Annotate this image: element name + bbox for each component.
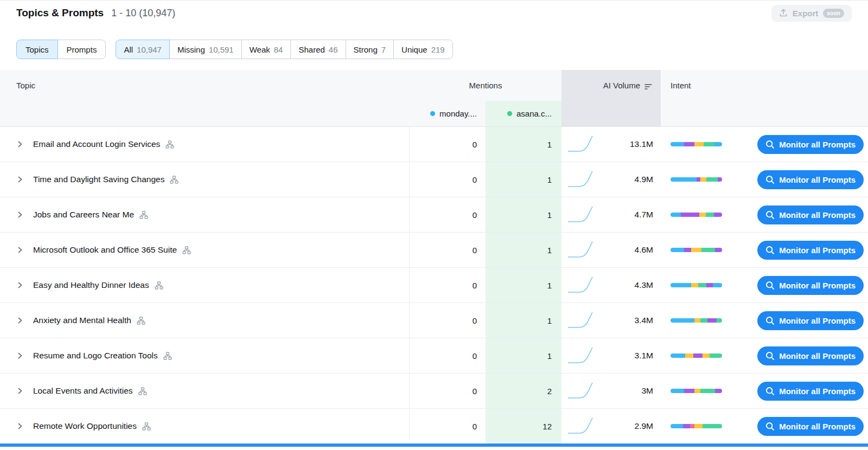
mentions-asana-value: 1 [486, 197, 561, 232]
intent-segment-blue [671, 248, 684, 252]
monitor-magnifier-icon [765, 175, 775, 184]
mentions-monday-value: 0 [410, 338, 486, 373]
monitor-magnifier-icon [765, 140, 775, 149]
filter-tab-strong[interactable]: Strong7 [346, 40, 394, 59]
expand-chevron-icon[interactable] [15, 139, 25, 149]
expand-chevron-icon[interactable] [15, 421, 25, 431]
intent-segment-purple [684, 142, 694, 146]
table-row: Time and Daylight Saving Changes014.9MMo… [0, 162, 868, 197]
ai-volume-cell: 3.1M [561, 338, 661, 373]
intent-segment-green [706, 213, 714, 217]
intent-segment-yellow [691, 283, 698, 287]
intent-bar [671, 318, 722, 323]
filter-tab-weak[interactable]: Weak84 [241, 40, 291, 59]
intent-segment-yellow [691, 248, 701, 252]
mentions-asana-value: 1 [486, 303, 561, 338]
filter-tab-missing[interactable]: Missing10,591 [169, 40, 242, 59]
topic-name[interactable]: Remote Work Opportunities [33, 421, 137, 431]
mentions-monday-value: 0 [410, 233, 486, 267]
filter-count: 84 [274, 45, 283, 54]
table-header: Topic Mentions AI Volume Intent monday..… [0, 70, 868, 127]
filter-tab-shared[interactable]: Shared46 [290, 40, 346, 59]
filter-tab-unique[interactable]: Unique219 [393, 40, 453, 59]
sitemap-icon [170, 176, 178, 184]
intent-segment-purple [684, 248, 691, 252]
topic-name[interactable]: Jobs and Careers Near Me [33, 210, 134, 220]
trend-sparkline [567, 276, 597, 294]
intent-segment-purple [706, 283, 712, 287]
monitor-all-prompts-button[interactable]: Monitor all Prompts [757, 205, 864, 224]
expand-chevron-icon[interactable] [15, 210, 25, 220]
asana-dot [507, 111, 512, 116]
page-title: Topics & Prompts [16, 7, 104, 19]
monitor-all-prompts-button[interactable]: Monitor all Prompts [757, 346, 864, 365]
topic-name[interactable]: Time and Daylight Saving Changes [33, 175, 164, 184]
mentions-asana-value: 1 [486, 233, 561, 267]
topic-name[interactable]: Resume and Logo Creation Tools [33, 351, 158, 361]
ai-volume-value: 4.7M [635, 210, 653, 220]
intent-segment-yellow [685, 353, 693, 358]
topic-name[interactable]: Easy and Healthy Dinner Ideas [33, 280, 149, 290]
filter-tabs: All10,947Missing10,591Weak84Shared46Stro… [116, 40, 452, 59]
trend-sparkline [567, 346, 597, 365]
monitor-button-label: Monitor all Prompts [779, 281, 856, 290]
topics-prompts-panel: Topics & Prompts 1 - 10 (10,947) Export … [0, 0, 868, 450]
topic-name[interactable]: Local Events and Activities [33, 386, 133, 396]
intent-segment-purple [697, 177, 701, 182]
intent-segment-purple [693, 353, 703, 358]
ai-volume-cell: 3M [561, 374, 661, 408]
monitor-button-label: Monitor all Prompts [779, 175, 856, 184]
expand-chevron-icon[interactable] [15, 280, 25, 290]
monitor-all-prompts-button[interactable]: Monitor all Prompts [757, 382, 864, 401]
monitor-button-label: Monitor all Prompts [779, 210, 856, 220]
intent-bar [671, 177, 722, 182]
monitor-all-prompts-button[interactable]: Monitor all Prompts [757, 417, 864, 436]
export-button[interactable]: Export soon [771, 5, 852, 22]
intent-segment-yellow [694, 424, 703, 428]
toggle-topics[interactable]: Topics [16, 40, 58, 59]
domain-header-asana[interactable]: asana.c... [486, 101, 561, 126]
sitemap-icon [165, 140, 174, 149]
expand-chevron-icon[interactable] [15, 316, 25, 325]
intent-segment-yellow [699, 213, 705, 217]
toggle-prompts[interactable]: Prompts [58, 40, 106, 59]
intent-cell: Monitor all Prompts [661, 162, 868, 197]
trend-sparkline [567, 205, 597, 224]
monitor-all-prompts-button[interactable]: Monitor all Prompts [757, 170, 864, 189]
monitor-all-prompts-button[interactable]: Monitor all Prompts [757, 311, 864, 330]
mentions-monday-value: 0 [410, 162, 486, 197]
filter-count: 46 [329, 45, 338, 54]
intent-segment-green [700, 318, 707, 323]
topic-name[interactable]: Email and Account Login Services [33, 139, 160, 149]
monitor-all-prompts-button[interactable]: Monitor all Prompts [757, 276, 864, 295]
expand-chevron-icon[interactable] [15, 245, 25, 255]
monitor-button-label: Monitor all Prompts [779, 387, 856, 396]
intent-cell: Monitor all Prompts [661, 338, 868, 373]
expand-chevron-icon[interactable] [15, 386, 25, 396]
mentions-asana-value: 2 [486, 374, 561, 408]
column-ai-volume[interactable]: AI Volume [561, 70, 661, 126]
intent-segment-blue [714, 142, 722, 146]
ai-volume-value: 13.1M [630, 139, 653, 149]
trend-sparkline [567, 311, 597, 330]
sitemap-icon [155, 281, 163, 290]
filter-tab-all[interactable]: All10,947 [116, 40, 170, 59]
topic-cell: Jobs and Careers Near Me [0, 197, 410, 232]
monitor-all-prompts-button[interactable]: Monitor all Prompts [757, 135, 864, 154]
sitemap-icon [138, 387, 147, 395]
topic-name[interactable]: Microsoft Outlook and Office 365 Suite [33, 245, 177, 255]
mentions-monday-value: 0 [410, 197, 486, 232]
monitor-all-prompts-button[interactable]: Monitor all Prompts [757, 241, 864, 260]
asana-label: asana.c... [516, 109, 552, 118]
filter-label: Weak [250, 45, 270, 54]
intent-segment-purple [715, 248, 722, 252]
topic-cell: Time and Daylight Saving Changes [0, 162, 410, 197]
expand-chevron-icon[interactable] [15, 175, 25, 184]
ai-volume-cell: 4.7M [561, 197, 661, 232]
topic-name[interactable]: Anxiety and Mental Health [33, 316, 131, 325]
expand-chevron-icon[interactable] [15, 351, 25, 361]
domain-header-monday[interactable]: monday.... [410, 101, 486, 126]
results-range: 1 - 10 (10,947) [111, 8, 175, 19]
intent-segment-yellow [700, 177, 706, 182]
table-row: Resume and Logo Creation Tools013.1MMoni… [0, 338, 868, 374]
